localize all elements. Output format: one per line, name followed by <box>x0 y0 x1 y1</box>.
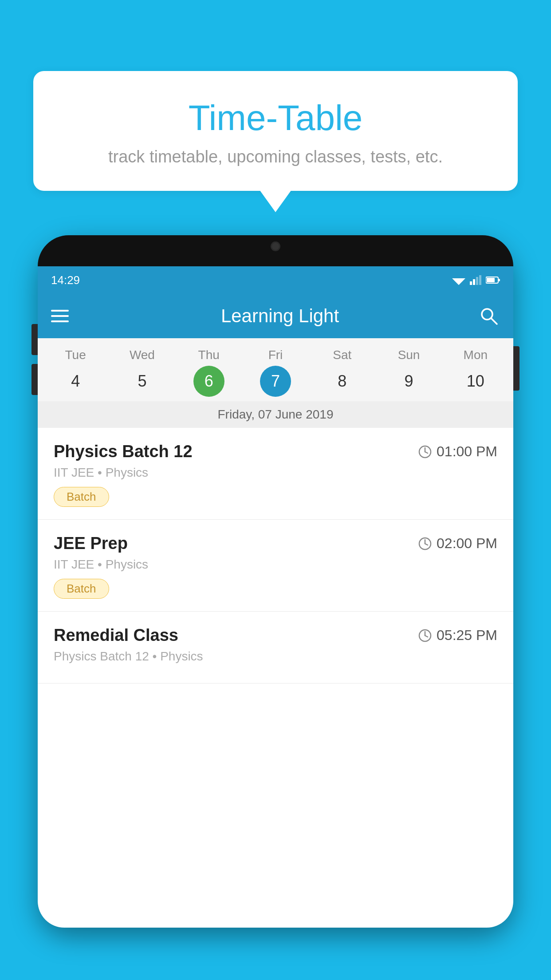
svg-rect-3 <box>473 279 475 285</box>
wifi-icon <box>452 275 465 285</box>
day-number: 8 <box>327 366 358 397</box>
phone-top-bezel <box>38 235 513 266</box>
status-bar: 14:29 <box>38 266 513 294</box>
schedule-title: Remedial Class <box>54 626 178 645</box>
status-icons <box>452 275 500 285</box>
volume-down-button <box>31 364 38 395</box>
day-number: 6 <box>193 366 224 397</box>
power-button <box>513 346 520 391</box>
clock-icon <box>418 628 432 643</box>
front-camera <box>271 241 280 251</box>
day-label: Sun <box>398 348 420 362</box>
schedule-list: Physics Batch 1201:00 PMIIT JEE • Physic… <box>38 428 513 684</box>
schedule-title: JEE Prep <box>54 534 128 553</box>
day-label: Mon <box>464 348 488 362</box>
calendar-day-sun[interactable]: Sun9 <box>382 348 436 397</box>
search-icon <box>479 306 499 326</box>
phone-body: 14:29 <box>38 235 513 928</box>
svg-line-16 <box>425 544 428 545</box>
day-number: 5 <box>126 366 157 397</box>
calendar-header: Tue4Wed5Thu6Fri7Sat8Sun9Mon10 <box>38 338 513 401</box>
schedule-time: 02:00 PM <box>418 535 497 552</box>
schedule-item[interactable]: Remedial Class05:25 PMPhysics Batch 12 •… <box>38 612 513 684</box>
schedule-item[interactable]: JEE Prep02:00 PMIIT JEE • PhysicsBatch <box>38 520 513 612</box>
day-label: Fri <box>268 348 283 362</box>
schedule-subtitle: Physics Batch 12 • Physics <box>54 649 497 664</box>
schedule-subtitle: IIT JEE • Physics <box>54 557 497 572</box>
svg-rect-8 <box>499 279 500 281</box>
status-time: 14:29 <box>51 273 80 287</box>
phone-notch <box>249 235 302 257</box>
signal-icon <box>470 275 481 285</box>
day-label: Sat <box>333 348 351 362</box>
clock-icon <box>418 445 432 459</box>
menu-icon[interactable] <box>51 310 69 322</box>
hamburger-line-2 <box>51 315 69 317</box>
calendar-day-wed[interactable]: Wed5 <box>115 348 169 397</box>
day-label: Tue <box>65 348 86 362</box>
svg-line-19 <box>425 636 428 637</box>
day-label: Wed <box>130 348 155 362</box>
schedule-title: Physics Batch 12 <box>54 442 193 461</box>
batch-badge: Batch <box>54 579 109 599</box>
speech-bubble-card: Time-Table track timetable, upcoming cla… <box>33 71 518 191</box>
calendar-day-thu[interactable]: Thu6 <box>182 348 236 397</box>
schedule-item[interactable]: Physics Batch 1201:00 PMIIT JEE • Physic… <box>38 428 513 520</box>
calendar-day-tue[interactable]: Tue4 <box>49 348 102 397</box>
svg-rect-4 <box>476 277 478 285</box>
phone-screen: 14:29 <box>38 266 513 928</box>
search-button[interactable] <box>478 305 500 327</box>
batch-badge: Batch <box>54 487 109 507</box>
schedule-time: 01:00 PM <box>418 443 497 460</box>
day-number: 9 <box>394 366 425 397</box>
svg-line-10 <box>491 318 497 324</box>
phone-mockup: 14:29 <box>38 235 513 980</box>
calendar-day-sat[interactable]: Sat8 <box>315 348 369 397</box>
hamburger-line-3 <box>51 320 69 322</box>
speech-bubble: Time-Table track timetable, upcoming cla… <box>33 71 518 191</box>
app-bar: Learning Light <box>38 294 513 338</box>
day-number: 4 <box>60 366 91 397</box>
day-number: 10 <box>460 366 491 397</box>
schedule-time: 05:25 PM <box>418 627 497 644</box>
hamburger-line-1 <box>51 310 69 312</box>
calendar-selected-date: Friday, 07 June 2019 <box>38 401 513 428</box>
page-subtitle: track timetable, upcoming classes, tests… <box>55 147 496 166</box>
schedule-subtitle: IIT JEE • Physics <box>54 466 497 480</box>
clock-icon <box>418 537 432 551</box>
svg-rect-7 <box>487 278 495 282</box>
day-number: 7 <box>260 366 291 397</box>
svg-line-13 <box>425 452 428 453</box>
svg-rect-2 <box>470 281 472 285</box>
svg-rect-5 <box>479 275 481 285</box>
app-bar-title: Learning Light <box>82 305 478 327</box>
calendar-day-fri[interactable]: Fri7 <box>249 348 302 397</box>
volume-up-button <box>31 324 38 355</box>
battery-icon <box>486 276 500 284</box>
day-label: Thu <box>198 348 220 362</box>
calendar-day-mon[interactable]: Mon10 <box>449 348 502 397</box>
page-title: Time-Table <box>55 98 496 138</box>
svg-marker-1 <box>454 281 463 285</box>
